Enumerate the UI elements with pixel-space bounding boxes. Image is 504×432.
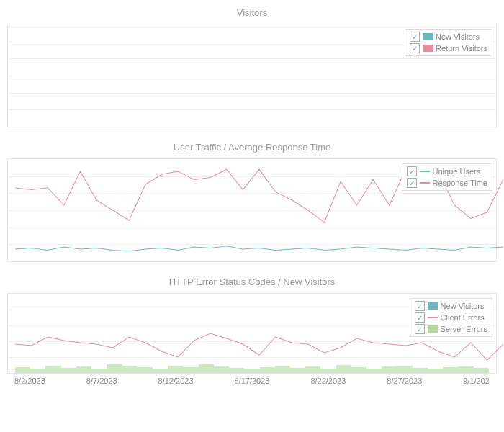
- x-axis: 8/2/2023 8/7/2023 8/12/2023 8/17/2023 8/…: [7, 374, 497, 385]
- legend-item-return-visitors[interactable]: ✓ Return Visitors: [407, 42, 490, 54]
- swatch-teal: [423, 33, 433, 40]
- checkbox-icon[interactable]: ✓: [415, 312, 425, 323]
- traffic-legend: ✓ Unique Users ✓ Response Time: [402, 163, 492, 191]
- legend-item-unique-users[interactable]: ✓ Unique Users: [404, 166, 490, 177]
- legend-label: Server Errors: [441, 325, 487, 333]
- checkbox-icon[interactable]: ✓: [410, 43, 420, 53]
- checkbox-icon[interactable]: ✓: [407, 166, 417, 176]
- http-legend: ✓ New Visitors ✓ Client Errors ✓ Server …: [410, 298, 492, 337]
- x-tick: 9/1/202: [463, 377, 490, 385]
- traffic-title: User Traffic / Average Response Time: [7, 142, 497, 153]
- x-tick: 8/2/2023: [14, 377, 45, 385]
- http-panel: HTTP Error Status Codes / New Visitors ✓…: [7, 276, 497, 385]
- x-tick: 8/17/2023: [235, 377, 270, 385]
- legend-label: New Visitors: [436, 32, 480, 41]
- legend-label: Return Visitors: [436, 44, 487, 53]
- traffic-panel: User Traffic / Average Response Time ✓ U…: [7, 142, 497, 262]
- swatch-pink: [423, 45, 433, 52]
- swatch-line-teal: [420, 171, 430, 172]
- checkbox-icon[interactable]: ✓: [415, 301, 425, 311]
- swatch-teal: [428, 302, 438, 310]
- http-chart: ✓ New Visitors ✓ Client Errors ✓ Server …: [7, 293, 497, 374]
- checkbox-icon[interactable]: ✓: [407, 178, 417, 188]
- http-title: HTTP Error Status Codes / New Visitors: [7, 276, 497, 287]
- legend-label: Client Errors: [441, 313, 485, 322]
- x-tick: 8/22/2023: [310, 377, 346, 385]
- legend-item-new-visitors[interactable]: ✓ New Visitors: [412, 300, 490, 312]
- legend-item-server-errors[interactable]: ✓ Server Errors: [412, 323, 490, 335]
- legend-label: New Visitors: [441, 302, 485, 310]
- legend-label: Unique Users: [433, 167, 481, 176]
- swatch-line-pink: [428, 317, 438, 318]
- legend-label: Response Time: [433, 179, 487, 187]
- legend-item-client-errors[interactable]: ✓ Client Errors: [412, 312, 490, 323]
- x-tick: 8/12/2023: [158, 377, 194, 385]
- traffic-chart: ✓ Unique Users ✓ Response Time: [7, 158, 497, 262]
- visitors-title: Visitors: [7, 7, 497, 18]
- swatch-area-green: [428, 325, 438, 333]
- x-tick: 8/7/2023: [86, 377, 117, 385]
- visitors-legend: ✓ New Visitors ✓ Return Visitors: [405, 29, 492, 56]
- visitors-chart: ✓ New Visitors ✓ Return Visitors: [7, 24, 497, 127]
- swatch-line-pink: [420, 182, 430, 184]
- checkbox-icon[interactable]: ✓: [415, 324, 425, 334]
- legend-item-new-visitors[interactable]: ✓ New Visitors: [407, 31, 490, 42]
- x-tick: 8/27/2023: [387, 377, 422, 385]
- checkbox-icon[interactable]: ✓: [410, 32, 420, 42]
- visitors-panel: Visitors ✓ New Visitors ✓ Return Visitor…: [7, 7, 497, 127]
- legend-item-response-time[interactable]: ✓ Response Time: [404, 177, 490, 189]
